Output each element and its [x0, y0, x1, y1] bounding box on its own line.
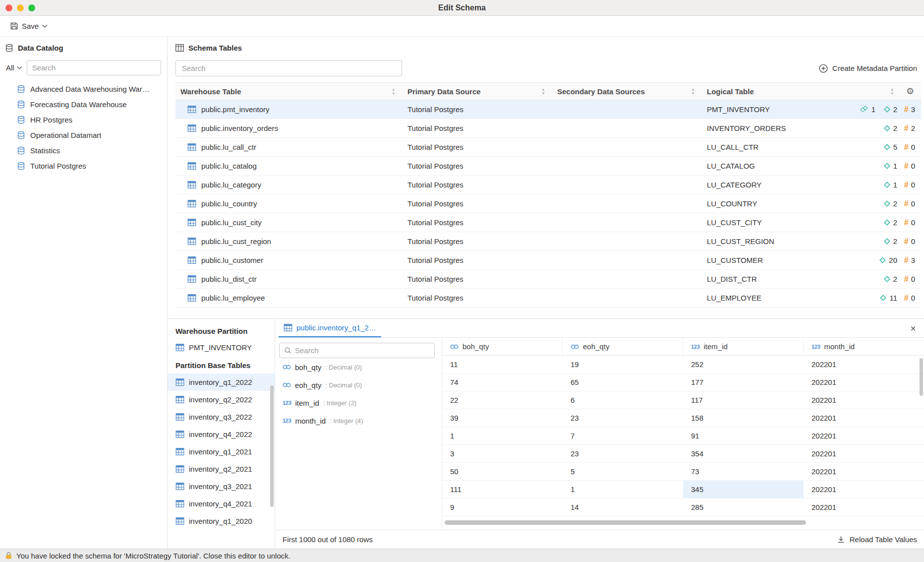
sort-icon[interactable]: ▲▼: [392, 88, 401, 95]
table-row[interactable]: public.lu_customer Tutorial Postgres LU_…: [175, 251, 921, 270]
base-table-item[interactable]: inventory_q3_2021: [168, 478, 275, 495]
fact-hash-icon: #: [904, 105, 909, 114]
grid-row[interactable]: 111 1 345 202201: [442, 481, 924, 499]
logical-table-badges: 20 # 3: [879, 256, 915, 265]
table-icon: [175, 378, 184, 386]
data-source-label: Tutorial Postgres: [30, 162, 86, 170]
grid-row[interactable]: 11 19 252 202201: [442, 356, 924, 374]
grid-row[interactable]: 39 23 158 202201: [442, 409, 924, 427]
logical-table-name: LU_CUSTOMER: [707, 256, 763, 264]
data-source-item[interactable]: Tutorial Postgres: [0, 158, 167, 174]
field-list-item[interactable]: 123 eoh_qty : Decimal (0): [279, 376, 435, 394]
warehouse-table-cell: public.lu_cust_region: [175, 232, 401, 250]
catalog-search-input[interactable]: [27, 60, 161, 75]
base-table-item[interactable]: inventory_q4_2021: [168, 495, 275, 512]
status-message: You have locked the schema for 'MicroStr…: [16, 552, 290, 560]
logical-table-name: LU_DIST_CTR: [707, 275, 757, 283]
data-source-item[interactable]: Forecasting Data Warehouse: [0, 97, 167, 112]
grid-cell-boh-qty: 11: [442, 356, 563, 373]
save-label: Save: [22, 22, 39, 30]
grid-row[interactable]: 3 23 354 202201: [442, 445, 924, 463]
grid-cell-eoh-qty: 65: [563, 374, 683, 391]
minimize-window-button[interactable]: [17, 4, 24, 11]
base-table-item[interactable]: inventory_q1_2022: [168, 374, 275, 391]
sort-icon[interactable]: ▲▼: [541, 88, 550, 95]
attribute-count: 5: [893, 143, 897, 151]
base-table-item[interactable]: inventory_q1_2020: [168, 512, 275, 530]
table-row[interactable]: public.lu_employee Tutorial Postgres LU_…: [175, 289, 921, 308]
base-table-item[interactable]: inventory_q3_2022: [168, 408, 275, 426]
column-header-label: Secondary Data Sources: [557, 87, 645, 96]
table-row[interactable]: public.lu_dist_ctr Tutorial Postgres LU_…: [175, 270, 921, 289]
close-icon[interactable]: ×: [910, 323, 916, 333]
grid-row[interactable]: 22 6 117 202201: [442, 391, 924, 409]
secondary-data-sources-cell: [550, 100, 700, 119]
data-source-item[interactable]: Operational Datamart: [0, 127, 167, 143]
database-icon: [17, 162, 25, 170]
column-header-secondary-data-sources[interactable]: Secondary Data Sources ▲▼: [550, 83, 700, 100]
field-list-item[interactable]: 123 item_id : Integer (2): [279, 394, 435, 412]
field-search-input[interactable]: [295, 346, 430, 355]
data-source-item[interactable]: HR Postgres: [0, 112, 167, 127]
field-list-item[interactable]: 123 month_id : Integer (4): [279, 412, 435, 430]
base-table-item[interactable]: inventory_q2_2021: [168, 460, 275, 478]
status-bar: You have locked the schema for 'MicroStr…: [0, 549, 924, 562]
column-header-primary-data-source[interactable]: Primary Data Source ▲▼: [401, 83, 550, 100]
grid-column-header[interactable]: 123 item_id: [683, 338, 804, 355]
create-metadata-partition-button[interactable]: Create Metadata Partition: [819, 64, 921, 73]
table-row[interactable]: public.lu_country Tutorial Postgres LU_C…: [175, 194, 921, 213]
primary-data-source-value: Tutorial Postgres: [407, 162, 463, 170]
table-row[interactable]: public.inventory_orders Tutorial Postgre…: [175, 119, 921, 138]
table-row[interactable]: public.pmt_inventory Tutorial Postgres P…: [175, 100, 921, 119]
column-header-warehouse-table[interactable]: Warehouse Table ▲▼: [175, 83, 401, 100]
table-row[interactable]: public.lu_catalog Tutorial Postgres LU_C…: [175, 157, 921, 176]
primary-data-source-cell: Tutorial Postgres: [401, 194, 550, 213]
zoom-window-button[interactable]: [28, 4, 35, 11]
primary-data-source-value: Tutorial Postgres: [407, 199, 463, 208]
grid-column-header[interactable]: 123 month_id: [804, 338, 924, 355]
horizontal-scrollbar-thumb[interactable]: [445, 520, 806, 525]
grid-row[interactable]: 9 14 285 202201: [442, 499, 924, 516]
data-source-item[interactable]: Advanced Data Warehousing War…: [0, 81, 167, 97]
sort-icon[interactable]: ▲▼: [691, 88, 700, 95]
partition-diamond-icon: [860, 106, 869, 113]
grid-cell-eoh-qty: 23: [563, 445, 683, 462]
field-list-item[interactable]: 123 boh_qty : Decimal (0): [279, 358, 435, 376]
table-row[interactable]: public.lu_cust_region Tutorial Postgres …: [175, 232, 921, 251]
grid-column-header[interactable]: 123 eoh_qty: [563, 338, 683, 355]
table-row[interactable]: public.lu_cust_city Tutorial Postgres LU…: [175, 213, 921, 232]
grid-vertical-scrollbar-thumb[interactable]: [920, 358, 923, 396]
attribute-count: 11: [889, 294, 897, 302]
grid-cell-boh-qty: 50: [442, 463, 563, 480]
grid-row[interactable]: 1 7 91 202201: [442, 427, 924, 445]
grid-column-name: month_id: [824, 342, 855, 351]
warehouse-table-name: public.lu_catalog: [201, 162, 257, 170]
partition-table-item[interactable]: PMT_INVENTORY: [168, 338, 275, 356]
save-button[interactable]: Save: [6, 20, 52, 32]
preview-tab[interactable]: public.inventory_q1_2…: [279, 319, 381, 337]
warehouse-table-cell: public.lu_category: [175, 176, 401, 194]
attribute-count: 2: [893, 199, 897, 208]
warehouse-table-name: public.lu_country: [201, 199, 257, 208]
main-area: Schema Tables Create Metadata Partition …: [168, 37, 924, 549]
base-table-item[interactable]: inventory_q4_2022: [168, 426, 275, 443]
data-source-item[interactable]: Statistics: [0, 143, 167, 158]
grid-row[interactable]: 50 5 73 202201: [442, 463, 924, 481]
table-row[interactable]: public.lu_category Tutorial Postgres LU_…: [175, 176, 921, 194]
gear-icon[interactable]: ⚙: [906, 87, 914, 96]
schema-tables-search-input[interactable]: [175, 60, 402, 76]
table-row[interactable]: public.lu_call_ctr Tutorial Postgres LU_…: [175, 138, 921, 157]
grid-column-header[interactable]: 123 boh_qty: [442, 338, 563, 355]
base-table-item[interactable]: inventory_q1_2021: [168, 443, 275, 460]
catalog-filter-dropdown[interactable]: All: [6, 63, 22, 72]
base-table-item[interactable]: inventory_q2_2022: [168, 391, 275, 408]
close-window-button[interactable]: [5, 4, 12, 11]
sort-desc-icon: ▼: [691, 92, 695, 95]
column-header-logical-table[interactable]: Logical Table ▲▼: [700, 83, 899, 100]
sort-icon[interactable]: ▲▼: [890, 88, 899, 95]
sort-desc-icon: ▼: [541, 92, 545, 95]
partition-list-scrollbar[interactable]: [270, 385, 274, 507]
grid-row[interactable]: 74 65 177 202201: [442, 374, 924, 391]
attribute-diamond-icon: [883, 125, 891, 132]
reload-table-values-button[interactable]: Reload Table Values: [837, 535, 917, 544]
